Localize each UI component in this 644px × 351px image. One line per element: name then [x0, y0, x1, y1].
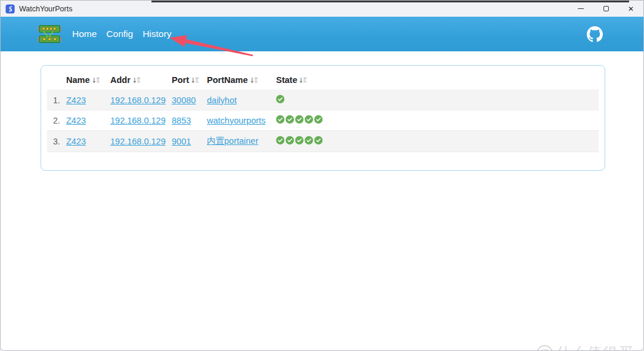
navbar: Home Config History: [1, 17, 643, 51]
window-controls: ✕: [568, 1, 643, 17]
row-index: 2.: [47, 110, 63, 131]
name-cell: Z423: [63, 90, 107, 110]
ports-table-card: Name Addr Port PortName State 1. Z423 19…: [41, 65, 605, 171]
app-window: WatchYourPorts ✕: [0, 0, 644, 351]
sort-icon: [299, 77, 307, 84]
port-link[interactable]: 8853: [172, 116, 191, 125]
table-row: 2. Z423 192.168.0.129 8853 watchyourport…: [47, 110, 599, 131]
check-icon: [314, 115, 323, 124]
portname-link[interactable]: 内置portainer: [207, 136, 258, 146]
port-link[interactable]: 9001: [172, 137, 191, 146]
nav-menu: Home Config History: [71, 26, 172, 42]
smzdm-watermark: 值 什么值得买: [537, 343, 634, 351]
titlebar-left: WatchYourPorts: [1, 4, 72, 14]
check-icon: [276, 95, 284, 103]
nav-item-history[interactable]: History: [141, 26, 172, 42]
minimize-button[interactable]: [568, 1, 593, 17]
header-name[interactable]: Name: [63, 72, 107, 90]
sort-icon: [92, 77, 100, 84]
addr-link[interactable]: 192.168.0.129: [110, 116, 166, 125]
maximize-icon: [603, 6, 609, 11]
table-row: 3. Z423 192.168.0.129 9001 内置portainer: [47, 131, 599, 152]
check-icon: [276, 136, 284, 144]
header-port[interactable]: Port: [168, 72, 203, 90]
name-link[interactable]: Z423: [66, 137, 86, 146]
row-index: 1.: [47, 90, 63, 110]
watermark-text: 什么值得买: [556, 343, 634, 351]
state-checks: [276, 95, 284, 103]
state-cell: [273, 131, 599, 152]
main-content: Name Addr Port PortName State 1. Z423 19…: [1, 65, 643, 351]
sort-icon: [250, 77, 258, 84]
header-state[interactable]: State: [273, 72, 599, 90]
github-link[interactable]: [587, 26, 603, 42]
name-cell: Z423: [63, 110, 107, 131]
github-octocat-icon: [587, 26, 603, 42]
port-link[interactable]: 30080: [172, 96, 196, 105]
header-portname-label: PortName: [207, 75, 248, 85]
state-checks: [276, 136, 323, 144]
nav-item-config[interactable]: Config: [105, 26, 134, 42]
close-button[interactable]: ✕: [618, 1, 643, 17]
portname-cell: 内置portainer: [203, 131, 273, 152]
header-addr-label: Addr: [110, 75, 131, 85]
port-cell: 9001: [168, 131, 203, 152]
header-index: [47, 72, 63, 90]
port-cell: 30080: [168, 90, 203, 110]
table-row: 1. Z423 192.168.0.129 30080 dailyhot: [47, 90, 599, 110]
app-icon: [5, 4, 15, 14]
state-cell: [273, 90, 599, 110]
addr-cell: 192.168.0.129: [107, 131, 168, 152]
header-portname[interactable]: PortName: [203, 72, 273, 90]
window-title: WatchYourPorts: [19, 5, 72, 13]
header-state-label: State: [276, 75, 297, 85]
check-icon: [286, 136, 294, 144]
addr-cell: 192.168.0.129: [107, 90, 168, 110]
portname-link[interactable]: dailyhot: [207, 96, 237, 105]
portname-link[interactable]: watchyourports: [207, 116, 265, 125]
row-index: 3.: [47, 131, 63, 152]
check-icon: [276, 115, 284, 124]
screen-edge-strip: [151, 1, 629, 2]
app-logo-ports-icon: [38, 23, 61, 45]
portname-cell: dailyhot: [203, 90, 273, 110]
state-cell: [273, 110, 599, 131]
name-link[interactable]: Z423: [66, 96, 86, 105]
name-link[interactable]: Z423: [66, 116, 86, 125]
portname-cell: watchyourports: [203, 110, 273, 131]
header-name-label: Name: [66, 75, 90, 85]
sort-icon: [191, 77, 199, 84]
check-icon: [286, 115, 294, 124]
close-icon: ✕: [628, 5, 634, 13]
ports-table: Name Addr Port PortName State 1. Z423 19…: [47, 72, 599, 152]
addr-link[interactable]: 192.168.0.129: [110, 137, 166, 146]
minimize-icon: [578, 8, 584, 9]
port-cell: 8853: [168, 110, 203, 131]
watermark-badge: 值: [537, 345, 553, 351]
check-icon: [295, 115, 304, 124]
check-icon: [314, 136, 323, 144]
header-port-label: Port: [172, 75, 189, 85]
sort-icon: [133, 77, 141, 84]
check-icon: [295, 136, 304, 144]
addr-cell: 192.168.0.129: [107, 110, 168, 131]
name-cell: Z423: [63, 131, 107, 152]
check-icon: [305, 115, 313, 124]
titlebar: WatchYourPorts ✕: [1, 1, 643, 17]
state-checks: [276, 115, 323, 124]
nav-item-home[interactable]: Home: [71, 26, 98, 42]
check-icon: [305, 136, 313, 144]
header-addr[interactable]: Addr: [107, 72, 168, 90]
addr-link[interactable]: 192.168.0.129: [110, 96, 166, 105]
maximize-button[interactable]: [593, 1, 618, 17]
table-header-row: Name Addr Port PortName State: [47, 72, 599, 90]
